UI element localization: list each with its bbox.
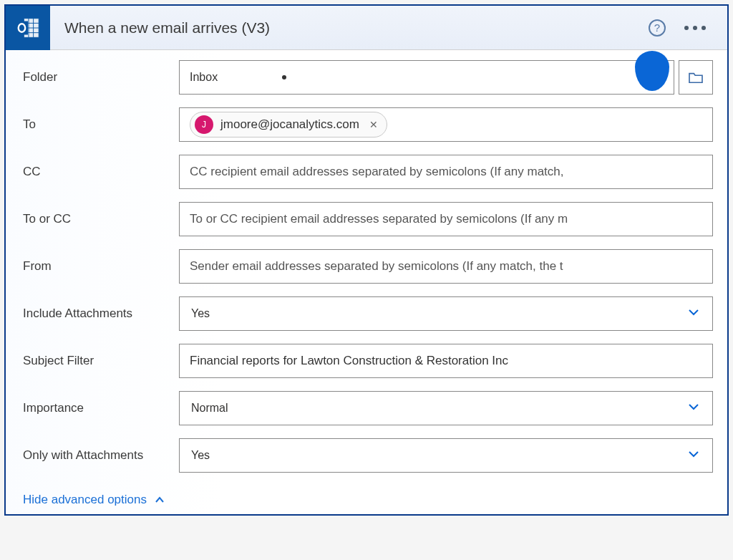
- field-from: From Sender email addresses separated by…: [20, 249, 713, 284]
- folder-label: Folder: [20, 70, 179, 85]
- avatar: J: [195, 115, 213, 134]
- field-to: To J jmoore@jocanalytics.com ✕: [20, 107, 713, 142]
- field-only-with-attachments: Only with Attachments Yes: [20, 438, 713, 473]
- folder-picker-button[interactable]: [679, 60, 713, 95]
- to-or-cc-placeholder: To or CC recipient email addresses separ…: [190, 212, 568, 226]
- outlook-icon: [6, 6, 50, 50]
- subject-filter-input[interactable]: Financial reports for Lawton Constructio…: [179, 344, 713, 378]
- recipient-chip: J jmoore@jocanalytics.com ✕: [190, 112, 387, 137]
- card-title: When a new email arrives (V3): [50, 19, 649, 37]
- chevron-up-icon: [154, 494, 165, 506]
- to-input[interactable]: J jmoore@jocanalytics.com ✕: [179, 107, 713, 142]
- chevron-down-icon: [686, 305, 701, 322]
- more-menu-icon[interactable]: [681, 23, 709, 33]
- field-subject-filter: Subject Filter Financial reports for Law…: [20, 344, 713, 378]
- header-actions: ?: [649, 19, 727, 37]
- only-with-attachments-value: Yes: [191, 449, 210, 462]
- trigger-card: When a new email arrives (V3) ? Folder I…: [4, 4, 729, 516]
- hide-advanced-label: Hide advanced options: [23, 493, 147, 507]
- help-icon[interactable]: ?: [649, 19, 666, 37]
- chip-remove-icon[interactable]: ✕: [369, 119, 378, 130]
- importance-select[interactable]: Normal: [179, 391, 713, 425]
- field-folder: Folder Inbox: [20, 60, 713, 95]
- include-attachments-value: Yes: [191, 307, 210, 320]
- from-label: From: [20, 259, 179, 274]
- only-with-attachments-select[interactable]: Yes: [179, 438, 713, 473]
- include-attachments-select[interactable]: Yes: [179, 296, 713, 331]
- from-placeholder: Sender email addresses separated by semi…: [190, 259, 563, 274]
- cc-label: CC: [20, 165, 179, 179]
- include-attachments-label: Include Attachments: [20, 306, 179, 321]
- subject-filter-value: Financial reports for Lawton Constructio…: [190, 354, 508, 368]
- cc-placeholder: CC recipient email addresses separated b…: [190, 165, 564, 179]
- dynamic-content-button[interactable]: [635, 51, 669, 91]
- field-importance: Importance Normal: [20, 391, 713, 425]
- subject-filter-label: Subject Filter: [20, 354, 179, 368]
- field-include-attachments: Include Attachments Yes: [20, 296, 713, 331]
- field-to-or-cc: To or CC To or CC recipient email addres…: [20, 202, 713, 236]
- folder-value: Inbox: [190, 71, 218, 84]
- folder-input[interactable]: Inbox: [179, 60, 674, 95]
- card-header: When a new email arrives (V3) ?: [6, 6, 727, 50]
- to-or-cc-label: To or CC: [20, 212, 179, 226]
- card-body: Folder Inbox To J: [6, 50, 727, 514]
- chevron-down-icon: [686, 400, 701, 417]
- only-with-attachments-label: Only with Attachments: [20, 448, 179, 463]
- field-cc: CC CC recipient email addresses separate…: [20, 155, 713, 189]
- importance-label: Importance: [20, 401, 179, 415]
- importance-value: Normal: [191, 402, 228, 415]
- cc-input[interactable]: CC recipient email addresses separated b…: [179, 155, 713, 189]
- chip-email: jmoore@jocanalytics.com: [220, 117, 359, 132]
- to-label: To: [20, 117, 179, 132]
- to-or-cc-input[interactable]: To or CC recipient email addresses separ…: [179, 202, 713, 236]
- chevron-down-icon: [686, 447, 701, 464]
- dot-icon: [282, 75, 286, 79]
- from-input[interactable]: Sender email addresses separated by semi…: [179, 249, 713, 284]
- hide-advanced-options-link[interactable]: Hide advanced options: [20, 493, 165, 507]
